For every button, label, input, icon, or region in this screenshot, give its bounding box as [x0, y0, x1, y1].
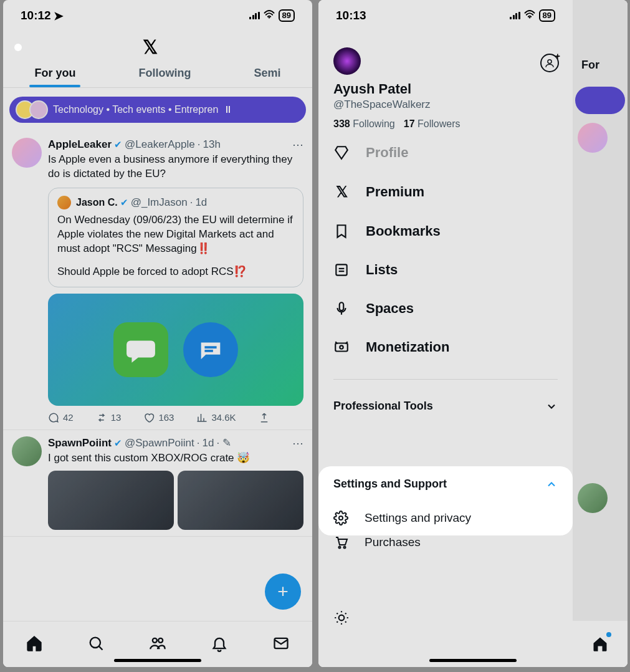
highlighted-settings-section: Settings and Support Settings and privac…	[318, 466, 573, 535]
svg-point-14	[339, 547, 341, 549]
menu-settings-privacy[interactable]: Settings and privacy	[318, 501, 573, 535]
feed-behind-drawer: For	[573, 0, 628, 667]
svg-rect-1	[204, 346, 216, 348]
verified-icon: ✔	[120, 197, 128, 208]
svg-rect-9	[336, 264, 346, 275]
menu-monetization[interactable]: Monetization	[318, 328, 573, 367]
svg-point-4	[153, 638, 157, 642]
svg-point-0	[268, 17, 269, 18]
menu-spaces[interactable]: Spaces	[318, 289, 573, 328]
tweet-handle[interactable]: @SpawnPoiint	[125, 437, 194, 449]
tab-for-you[interactable]: For you	[29, 67, 80, 87]
pill-text: Technology • Tech events • Entrepren	[53, 104, 218, 115]
theme-toggle-icon[interactable]	[333, 610, 350, 628]
svg-point-7	[528, 17, 530, 18]
tweet[interactable]: SpawnPoiint ✔ @SpawnPoiint · 1d · ✎ ⋯ I …	[3, 430, 312, 537]
quote-tweet[interactable]: Jason C. ✔ @_ImJason · 1d On Wednesday (…	[48, 188, 303, 287]
svg-point-3	[90, 637, 100, 647]
nav-notifications-icon[interactable]	[211, 635, 228, 655]
share-button[interactable]	[259, 412, 270, 423]
tweet-more-icon[interactable]: ⋯	[292, 436, 303, 450]
svg-point-17	[339, 516, 343, 520]
x-logo-icon: 𝕏	[333, 183, 350, 201]
header: 𝕏	[3, 31, 312, 60]
tweet-author[interactable]: SpawnPoiint	[48, 437, 112, 449]
like-button[interactable]: 163	[143, 412, 174, 423]
home-indicator[interactable]	[429, 659, 517, 662]
tweet-author[interactable]: AppleLeaker	[48, 138, 112, 151]
wifi-icon	[264, 9, 275, 22]
compose-fab[interactable]: +	[265, 574, 301, 610]
nav-home-icon[interactable]	[26, 635, 43, 655]
tweet-more-icon[interactable]: ⋯	[292, 138, 303, 151]
svg-rect-11	[335, 343, 348, 352]
follow-stats[interactable]: 338 Following 17 Followers	[333, 118, 558, 130]
tweet-text: I got sent this custom XBOX/ROG crate 🤯	[48, 451, 303, 466]
svg-rect-10	[340, 302, 344, 310]
x-logo-icon[interactable]: 𝕏	[143, 36, 158, 58]
svg-point-12	[340, 345, 343, 348]
status-time: 10:12	[21, 9, 51, 22]
nav-messages-icon[interactable]	[272, 635, 290, 655]
tweet-avatar[interactable]	[12, 138, 42, 168]
tweet[interactable]: AppleLeaker ✔ @LeakerApple · 13h ⋯ Is Ap…	[3, 132, 312, 430]
profile-avatar-button[interactable]	[14, 44, 22, 51]
tweet-age: 13h	[203, 138, 221, 151]
phone-right-drawer: For 10:13 89 Ayush Patel @TheSpaceWalker…	[318, 0, 628, 667]
tweet-media[interactable]	[48, 471, 303, 530]
battery-level: 89	[539, 9, 555, 22]
verified-icon: ✔	[114, 438, 122, 449]
cell-signal-icon	[510, 12, 520, 19]
tweet-actions: 42 13 163 34.6K	[48, 412, 303, 423]
tweet-text: Is Apple even a business anymore if ever…	[48, 153, 303, 181]
location-icon: ➤	[54, 9, 64, 23]
qt-author: Jason C.	[76, 197, 118, 208]
menu-lists[interactable]: Lists	[318, 251, 573, 289]
qt-avatar	[57, 196, 71, 209]
google-messages-icon	[183, 322, 238, 377]
svg-point-5	[158, 638, 163, 642]
qt-text: On Wednesday (09/06/23) the EU will dete…	[57, 213, 294, 256]
battery-level: 89	[279, 9, 295, 22]
tweet-avatar[interactable]	[12, 436, 42, 466]
pill-avatars	[16, 100, 48, 119]
tweet-handle[interactable]: @LeakerApple	[125, 138, 195, 151]
timeline-tabs: For you Following Semi	[3, 60, 312, 88]
svg-rect-2	[204, 350, 212, 352]
qt-age: 1d	[195, 196, 207, 209]
spaces-pill[interactable]: Technology • Tech events • Entrepren ⏸	[9, 97, 306, 123]
profile-handle[interactable]: @TheSpaceWalkerz	[333, 98, 558, 111]
pause-icon[interactable]: ⏸	[223, 104, 233, 115]
menu-bookmarks[interactable]: Bookmarks	[318, 212, 573, 251]
reply-button[interactable]: 42	[48, 412, 74, 423]
tab-semi[interactable]: Semi	[249, 67, 285, 87]
cell-signal-icon	[249, 12, 260, 19]
views-button[interactable]: 34.6K	[196, 412, 236, 423]
status-bar: 10:12 ➤ 89	[3, 0, 312, 31]
phone-left-feed: 10:12 ➤ 89 𝕏 For you Following Semi Tech…	[3, 0, 312, 667]
drawer-avatar[interactable]	[333, 47, 361, 75]
home-indicator[interactable]	[114, 659, 201, 662]
svg-point-16	[339, 615, 345, 621]
nav-search-icon[interactable]	[87, 635, 105, 655]
section-settings-support[interactable]: Settings and Support	[318, 466, 573, 501]
imessage-icon	[113, 322, 168, 377]
section-professional-tools[interactable]: Professional Tools	[318, 390, 573, 423]
menu-premium[interactable]: 𝕏 Premium	[318, 172, 573, 212]
tab-following[interactable]: Following	[133, 67, 196, 87]
tweet-media[interactable]	[48, 294, 303, 406]
nav-home-peek[interactable]	[573, 621, 628, 667]
tab-for-you-peek: For	[573, 0, 628, 78]
menu-profile[interactable]: Profile	[318, 142, 573, 172]
drawer-header: Ayush Patel @TheSpaceWalkerz 338 Followi…	[318, 31, 573, 138]
side-drawer: 10:13 89 Ayush Patel @TheSpaceWalkerz 33…	[318, 0, 573, 667]
status-bar: 10:13 89	[318, 0, 573, 31]
qt-text: Should Apple be forced to adopt RCS⁉️	[57, 265, 294, 279]
nav-communities-icon[interactable]	[149, 635, 166, 655]
tweet-age: 1d	[203, 437, 214, 449]
profile-name[interactable]: Ayush Patel	[333, 81, 558, 97]
add-account-icon[interactable]	[540, 54, 559, 72]
retweet-button[interactable]: 13	[96, 412, 122, 423]
notification-dot	[606, 632, 611, 637]
wifi-icon	[524, 9, 535, 22]
